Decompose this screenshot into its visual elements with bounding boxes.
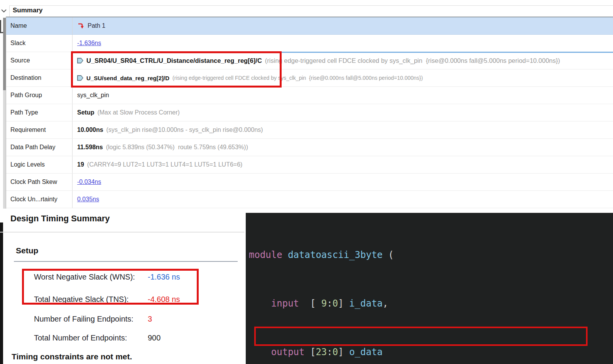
metric-row-failing-endpoints: Number of Failing Endpoints: 3: [34, 314, 152, 324]
code-token: 23: [316, 347, 327, 357]
clock-path-skew-link[interactable]: -0.034ns: [77, 179, 101, 185]
code-token: :: [327, 298, 332, 309]
code-token: (: [383, 249, 394, 260]
table-row-destination[interactable]: Destination U_SU/send_data_reg_reg[2]/D …: [6, 69, 613, 87]
code-token: 0: [333, 298, 338, 309]
table-row-path-type[interactable]: Path Type Setup (Max at Slow Process Cor…: [6, 104, 613, 121]
metric-row-total-endpoints: Total Number of Endpoints: 900: [34, 333, 160, 343]
requirement-value: 10.000ns: [77, 126, 103, 133]
code-token: 0: [333, 347, 338, 357]
path-type-detail: (Max at Slow Process Corner): [97, 109, 179, 116]
table-row-source[interactable]: Source U_SR04/U_SR04_CTRL/U_Distance/dis…: [6, 52, 613, 69]
code-token: output: [271, 347, 305, 357]
source-row-highlight-line: [281, 52, 613, 53]
wns-value: -1.636 ns: [148, 273, 180, 281]
table-row-slack[interactable]: Slack -1.636ns: [6, 35, 613, 52]
row-label: Name: [6, 17, 73, 34]
code-token: o_data: [349, 347, 383, 357]
table-row-clock-path-skew[interactable]: Clock Path Skew -0.034ns: [6, 174, 613, 191]
source-cell-detail: (rising edge-triggered cell FDCE clocked…: [265, 57, 560, 64]
table-row-logic-levels[interactable]: Logic Levels 19 (CARRY4=9 LUT2=1 LUT3=1 …: [6, 156, 613, 174]
setup-section-heading: Setup: [16, 246, 38, 255]
metric-row-wns: Worst Negative Slack (WNS): -1.636 ns: [34, 272, 180, 282]
table-row-requirement[interactable]: Requirement 10.000ns (sys_clk_pin rise@1…: [6, 121, 613, 139]
table-row-path-group[interactable]: Path Group sys_clk_pin: [6, 87, 613, 104]
row-label: Destination: [6, 69, 73, 86]
logic-levels-detail: (CARRY4=9 LUT2=1 LUT3=1 LUT4=1 LUT5=1 LU…: [87, 161, 243, 168]
code-lines: module datatoascii_3byte ( input [ 9:0] …: [249, 214, 613, 364]
path-type-value: Setup: [77, 109, 94, 116]
row-label: Slack: [6, 35, 73, 52]
table-row-name[interactable]: Name Path 1: [6, 17, 613, 35]
panel-left-border: [9, 5, 10, 17]
code-token: module: [249, 249, 282, 260]
design-timing-summary-title: Design Timing Summary: [10, 214, 110, 224]
row-label: Source: [6, 52, 73, 69]
row-label: Clock Path Skew: [6, 174, 73, 190]
code-token: 9: [321, 298, 327, 309]
requirement-detail: (sys_clk_pin rise@10.000ns - sys_clk_pin…: [106, 126, 263, 133]
summary-section-title: Summary: [13, 7, 42, 14]
cell-pin-icon: [77, 58, 83, 64]
vertical-scrollbar-thumb[interactable]: [3, 18, 6, 90]
logic-levels-value: 19: [77, 161, 84, 168]
metric-row-tns: Total Negative Slack (TNS): -4.608 ns: [34, 294, 180, 304]
design-timing-summary-panel: Design Timing Summary Setup Worst Negati…: [0, 213, 246, 364]
metric-label: Total Number of Endpoints:: [34, 334, 148, 342]
source-cell-path: U_SR04/U_SR04_CTRL/U_Distance/distance_r…: [86, 57, 262, 64]
metric-label: Total Negative Slack (TNS):: [34, 295, 148, 304]
panel-top-border: [9, 5, 613, 6]
collapse-chevron-icon[interactable]: [1, 8, 7, 13]
slack-link[interactable]: -1.636ns: [77, 40, 101, 47]
total-endpoints-value: 900: [148, 334, 160, 342]
red-path-arrow-icon: [77, 22, 84, 29]
code-token: [: [305, 347, 316, 357]
code-token: [: [299, 298, 321, 309]
path-name-value: Path 1: [88, 22, 105, 29]
metric-label: Number of Failing Endpoints:: [34, 315, 148, 324]
code-token: [249, 298, 271, 309]
row-label: Requirement: [6, 121, 73, 138]
code-token: :: [327, 347, 332, 357]
cell-pin-icon: [77, 75, 83, 81]
code-token: input: [271, 298, 299, 309]
setup-underline: [14, 261, 238, 262]
tns-value: -4.608 ns: [148, 295, 180, 304]
path-group-value: sys_clk_pin: [77, 92, 109, 99]
destination-cell-path: U_SU/send_data_reg_reg[2]/D: [86, 75, 169, 81]
data-path-delay-value: 11.598ns: [77, 144, 103, 151]
code-line: module datatoascii_3byte (: [249, 247, 613, 263]
screenshot-root: Summary Name Path 1 Slack -1.636ns Sourc…: [0, 0, 613, 364]
table-row-clock-uncertainty[interactable]: Clock Un...rtainty 0.035ns: [6, 191, 613, 208]
row-label: Path Group: [6, 87, 73, 104]
code-token: i_data: [349, 298, 383, 309]
row-label: Data Path Delay: [6, 139, 73, 156]
code-editor[interactable]: module datatoascii_3byte ( input [ 9:0] …: [246, 213, 613, 364]
code-token: datatoascii_3byte: [288, 249, 383, 260]
code-token: [249, 347, 271, 357]
artifact-mark: [0, 20, 1, 33]
row-label: Logic Levels: [6, 156, 73, 173]
failing-endpoints-value: 3: [148, 315, 152, 324]
code-line: output [23:0] o_data: [249, 344, 613, 360]
title-divider: [0, 232, 244, 233]
left-black-bar: [0, 222, 3, 364]
code-token: ,: [383, 298, 388, 309]
row-label: Clock Un...rtainty: [6, 191, 73, 208]
code-token: [282, 249, 288, 260]
metric-label: Worst Negative Slack (WNS):: [34, 273, 148, 281]
timing-not-met-message: Timing constraints are not met.: [12, 352, 132, 361]
code-token: ]: [338, 298, 349, 309]
code-token: ]: [338, 347, 349, 357]
row-label: Path Type: [6, 104, 73, 121]
clock-uncertainty-link[interactable]: 0.035ns: [77, 196, 99, 203]
data-path-delay-detail: (logic 5.839ns (50.347%) route 5.759ns (…: [106, 144, 248, 151]
destination-cell-detail: (rising edge-triggered cell FDCE clocked…: [172, 75, 423, 81]
code-line: input [ 9:0] i_data,: [249, 295, 613, 312]
table-row-data-path-delay[interactable]: Data Path Delay 11.598ns (logic 5.839ns …: [6, 139, 613, 156]
